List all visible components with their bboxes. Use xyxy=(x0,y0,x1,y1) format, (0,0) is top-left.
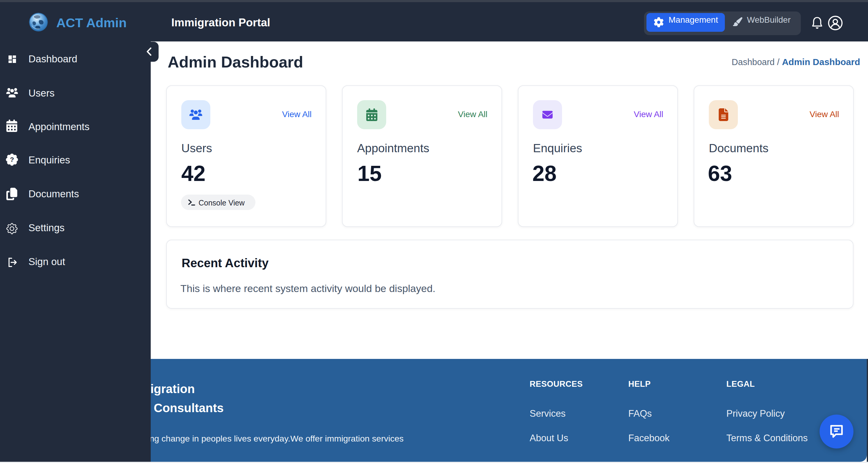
svg-text:?: ? xyxy=(10,156,14,163)
